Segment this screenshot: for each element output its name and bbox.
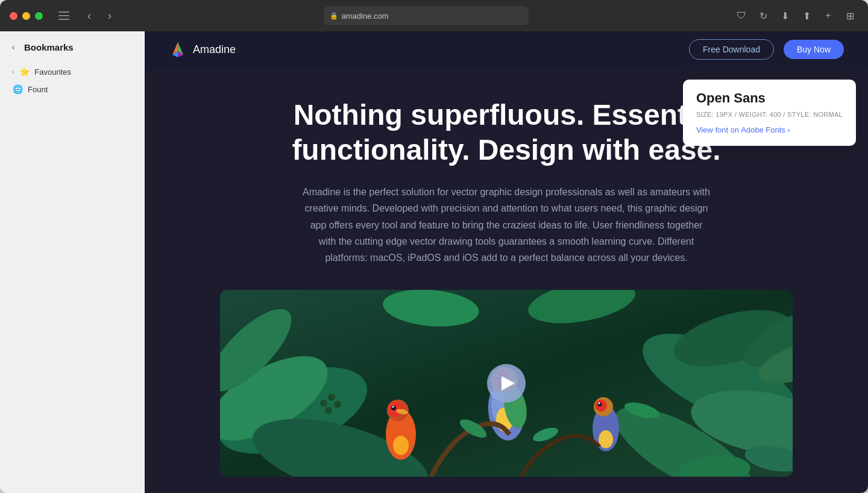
hero-description: Amadine is the perfect solution for vect… <box>301 184 711 266</box>
address-bar[interactable]: 🔒 amadine.com <box>324 6 529 25</box>
browser-titlebar: ‹ › 🔒 amadine.com 🛡 ↻ ⬇ ⬆ + ⊞ <box>0 0 868 31</box>
nav-buttons: ‹ › <box>80 7 119 25</box>
minimize-button[interactable] <box>22 12 30 20</box>
bookmarks-sidebar: ‹ Bookmarks › ⭐ Favourites 🌐 Fount <box>0 31 145 493</box>
sidebar-item-fount[interactable]: 🌐 Fount <box>4 81 141 98</box>
chevron-right-icon: › <box>12 69 14 75</box>
svg-point-29 <box>393 436 409 455</box>
web-content: Amadine Free Download Buy Now Nothing su… <box>145 31 868 493</box>
svg-point-17 <box>328 394 335 401</box>
browser-body: ‹ Bookmarks › ⭐ Favourites 🌐 Fount <box>0 31 868 493</box>
back-button[interactable]: ‹ <box>80 7 98 25</box>
forward-button[interactable]: › <box>101 7 119 25</box>
site-nav-buttons: Free Download Buy Now <box>689 39 844 60</box>
site-navbar: Amadine Free Download Buy Now <box>145 31 868 68</box>
buy-now-button[interactable]: Buy Now <box>784 40 844 59</box>
sidebar-section: › ⭐ Favourites 🌐 Fount <box>0 60 145 101</box>
svg-rect-0 <box>58 11 69 13</box>
new-tab-icon[interactable]: + <box>820 7 837 24</box>
sidebar-item-favourites[interactable]: › ⭐ Favourites <box>4 63 141 80</box>
traffic-lights <box>10 12 43 20</box>
sidebar-fount-label: Fount <box>28 85 48 94</box>
video-thumbnail[interactable] <box>220 290 793 477</box>
play-icon <box>502 376 515 391</box>
sidebar-header: ‹ Bookmarks <box>0 39 145 60</box>
site-hero: Nothing superfluous. Essential functiona… <box>145 68 868 493</box>
refresh-icon[interactable]: ↻ <box>755 7 772 24</box>
star-icon: ⭐ <box>19 67 30 77</box>
lock-icon: 🔒 <box>330 12 338 20</box>
font-tooltip: Open Sans SIZE: 19PX / WEIGHT: 400 / STY… <box>683 80 856 146</box>
font-link[interactable]: View font on Adobe Fonts › <box>696 125 790 134</box>
address-bar-container: 🔒 amadine.com <box>126 6 726 25</box>
free-download-button[interactable]: Free Download <box>689 39 774 60</box>
sidebar-toggle-button[interactable] <box>55 9 73 22</box>
fullscreen-button[interactable] <box>35 12 43 20</box>
browser-window: ‹ › 🔒 amadine.com 🛡 ↻ ⬇ ⬆ + ⊞ ‹ Bookmark… <box>0 0 868 493</box>
sidebar-favourites-label: Favourites <box>34 68 71 77</box>
svg-point-33 <box>392 406 394 408</box>
site-logo: Amadine <box>169 40 236 58</box>
shield-icon[interactable]: 🛡 <box>733 7 750 24</box>
font-name: Open Sans <box>696 90 843 106</box>
svg-point-16 <box>334 401 341 408</box>
globe-icon: 🌐 <box>12 84 23 94</box>
amadine-logo-icon <box>169 40 187 58</box>
video-background <box>220 290 793 477</box>
download-icon[interactable]: ⬇ <box>776 7 793 24</box>
tab-overview-icon[interactable]: ⊞ <box>841 7 858 24</box>
svg-point-36 <box>599 430 613 448</box>
font-meta: SIZE: 19PX / WEIGHT: 400 / STYLE: NORMAL <box>696 111 843 118</box>
svg-point-40 <box>599 403 600 404</box>
address-text: amadine.com <box>342 11 389 20</box>
sidebar-back-button[interactable]: ‹ <box>7 41 19 53</box>
play-button[interactable] <box>487 364 526 403</box>
hero-title: Nothing superfluous. Essential functiona… <box>289 98 723 167</box>
site-logo-text: Amadine <box>193 43 236 56</box>
sidebar-title: Bookmarks <box>24 42 74 52</box>
svg-rect-1 <box>58 15 69 16</box>
svg-point-15 <box>325 407 332 414</box>
svg-point-18 <box>320 400 327 407</box>
toolbar-right: 🛡 ↻ ⬇ ⬆ + ⊞ <box>733 7 858 24</box>
share-icon[interactable]: ⬆ <box>798 7 815 24</box>
close-button[interactable] <box>10 12 17 20</box>
svg-rect-2 <box>58 19 69 20</box>
